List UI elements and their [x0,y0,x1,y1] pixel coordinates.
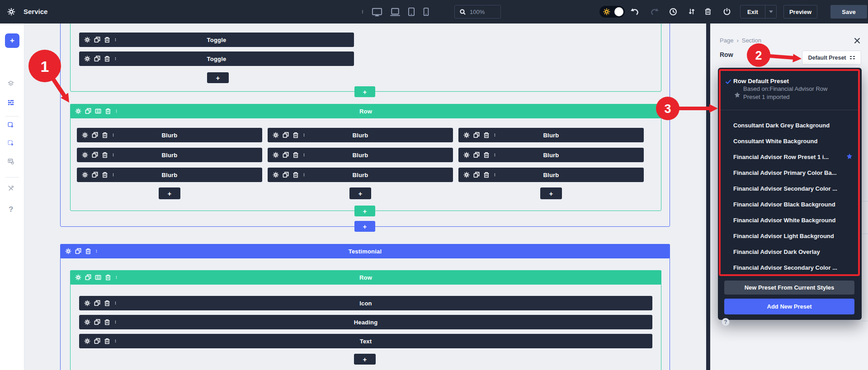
gear-icon[interactable] [463,152,470,158]
star-icon[interactable] [846,153,853,159]
duplicate-icon[interactable] [85,274,91,281]
duplicate-icon[interactable] [473,132,480,138]
gear-icon[interactable] [463,172,470,178]
gear-icon[interactable] [273,172,279,178]
builder-settings-gear-icon[interactable] [7,8,15,16]
gear-icon[interactable] [82,152,88,158]
text-module-bar[interactable]: Text [79,334,652,348]
toggle-module-bar[interactable]: Toggle [79,33,354,47]
active-preset-title[interactable]: Row Default Preset [733,78,789,84]
trash-icon[interactable] [102,152,108,158]
dots-menu-icon[interactable] [115,108,118,114]
dots-menu-icon[interactable] [114,338,117,344]
multiselect-icon[interactable] [8,140,14,146]
desktop-view-icon[interactable] [372,8,382,16]
gear-icon[interactable] [84,37,90,43]
gear-icon[interactable] [75,274,81,281]
blurb-module-bar[interactable]: Blurb [268,148,453,162]
add-module-button[interactable]: + [540,187,562,199]
trash-icon[interactable] [483,152,490,158]
duplicate-icon[interactable] [94,338,100,344]
dots-menu-icon[interactable] [114,300,117,306]
heading-module-bar[interactable]: Heading [79,315,652,329]
blurb-module-bar[interactable]: Blurb [268,128,453,142]
toggle-module-bar[interactable]: Toggle [79,52,354,66]
duplicate-icon[interactable] [94,37,100,43]
gear-icon[interactable] [82,172,88,178]
save-button[interactable]: Save [830,5,867,19]
add-new-preset-button[interactable]: Add New Preset [724,299,854,314]
gear-icon[interactable] [273,152,279,158]
gear-icon[interactable] [84,319,90,325]
gear-icon[interactable] [82,132,88,138]
duplicate-icon[interactable] [85,108,91,114]
duplicate-icon[interactable] [473,172,480,178]
exit-button[interactable]: Exit [740,5,777,19]
preset-list-item[interactable]: Financial Advisor Secondary Color ... [720,181,860,197]
duplicate-icon[interactable] [75,248,81,254]
trash-icon[interactable] [483,132,490,138]
preset-list-item[interactable]: Financial Advisor Black Background [720,197,860,212]
dots-menu-icon[interactable] [112,152,115,158]
dots-menu-icon[interactable] [493,152,496,158]
row-bar[interactable]: Row [70,270,661,285]
gear-icon[interactable] [65,248,71,254]
blurb-module-bar[interactable]: Blurb [77,148,262,162]
preset-list-item[interactable]: Financial Advisor Light Background [720,228,860,244]
gear-icon[interactable] [84,56,90,62]
more-options-icon[interactable] [361,8,364,16]
trash-icon[interactable] [292,152,299,158]
dots-menu-icon[interactable] [114,37,117,43]
gear-icon[interactable] [75,108,81,114]
select-icon[interactable] [8,122,14,128]
dots-menu-icon[interactable] [112,132,115,138]
sort-icon[interactable] [688,7,695,16]
undo-icon[interactable] [630,8,639,15]
trash-icon[interactable] [104,300,110,306]
preset-list-item[interactable]: Financial Advisor Secondary Color ... [720,260,860,276]
trash-icon[interactable] [104,37,110,43]
duplicate-icon[interactable] [283,132,289,138]
trash-icon[interactable] [704,7,712,16]
add-element-button[interactable]: + [5,33,19,48]
preview-button[interactable]: Preview [783,5,817,19]
dots-menu-icon[interactable] [115,274,118,281]
redo-icon[interactable] [650,8,659,15]
laptop-view-icon[interactable] [390,8,401,16]
exit-dropdown[interactable] [765,5,776,18]
gear-icon[interactable] [273,132,279,138]
blurb-module-bar[interactable]: Blurb [458,168,644,182]
preset-list-item[interactable]: Consultant Dark Grey Background [720,117,860,133]
dots-menu-icon[interactable] [302,152,306,158]
dots-menu-icon[interactable] [302,132,306,138]
dots-menu-icon[interactable] [493,172,496,178]
add-row-button[interactable]: + [354,206,375,216]
duplicate-icon[interactable] [92,152,98,158]
help-icon[interactable]: ? [9,205,13,214]
duplicate-icon[interactable] [473,152,480,158]
close-icon[interactable] [854,37,860,44]
blurb-module-bar[interactable]: Blurb [458,128,644,142]
preset-list-item[interactable]: Financial Advisor White Background [720,212,860,228]
blurb-module-bar[interactable]: Blurb [77,128,262,142]
blurb-module-bar[interactable]: Blurb [458,148,644,162]
default-preset-button[interactable]: Default Preset [802,51,861,65]
tablet-view-icon[interactable] [408,7,415,16]
trash-icon[interactable] [104,319,110,325]
dots-menu-icon[interactable] [493,132,496,138]
add-module-button[interactable]: + [207,72,229,83]
dots-menu-icon[interactable] [114,56,117,62]
trash-icon[interactable] [104,338,110,344]
layers-icon[interactable] [8,80,14,87]
duplicate-icon[interactable] [283,172,289,178]
tools-icon[interactable] [8,185,14,192]
columns-icon[interactable] [95,274,101,281]
blurb-module-bar[interactable]: Blurb [77,168,262,182]
trash-icon[interactable] [483,172,490,178]
trash-icon[interactable] [292,172,299,178]
gear-icon[interactable] [463,132,470,138]
dots-menu-icon[interactable] [114,319,117,325]
preset-list-item[interactable]: Consultant White Background [720,133,860,149]
zoom-control[interactable]: 100% [454,5,501,19]
preset-list-item[interactable]: Financial Advisor Primary Color Ba... [720,165,860,181]
